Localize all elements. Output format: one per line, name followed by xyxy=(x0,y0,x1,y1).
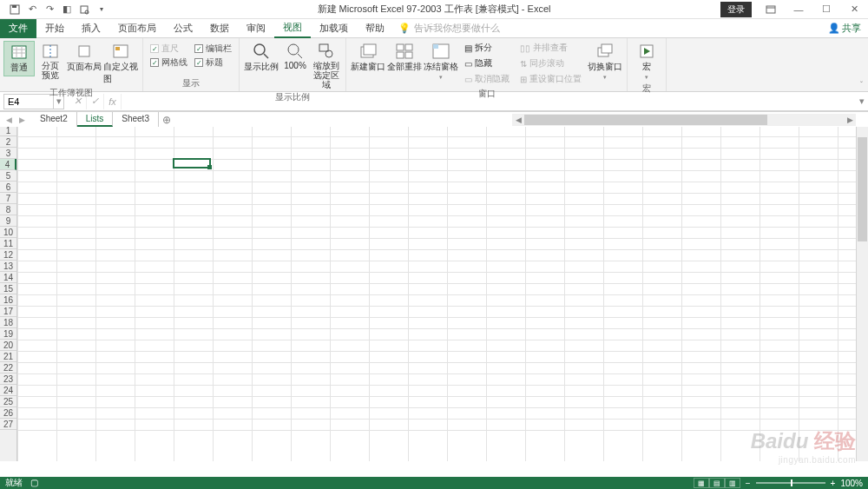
row-header-16[interactable]: 16 xyxy=(0,294,16,306)
maximize-icon[interactable]: ☐ xyxy=(812,0,840,19)
add-sheet-button[interactable]: ⊕ xyxy=(159,114,174,126)
hscroll-right-icon[interactable]: ▶ xyxy=(844,116,856,124)
title-bar: ↶ ↷ ◧ ▾ 新建 Microsoft Excel 97-2003 工作表 [… xyxy=(0,0,868,19)
zoom-in-icon[interactable]: + xyxy=(831,479,836,488)
redo-icon[interactable]: ↷ xyxy=(42,2,57,17)
row-headers[interactable]: 1234567891011121314151617181920212223242… xyxy=(0,125,17,461)
row-header-11[interactable]: 11 xyxy=(0,238,16,249)
switch-windows-button[interactable]: 切换窗口▾ xyxy=(587,41,623,83)
row-header-20[interactable]: 20 xyxy=(0,340,16,351)
sheet-tab-sheet3[interactable]: Sheet3 xyxy=(113,112,159,127)
row-header-22[interactable]: 22 xyxy=(0,362,16,373)
page-break-status-icon[interactable]: ▥ xyxy=(725,478,740,488)
normal-view-button[interactable]: 普通 xyxy=(3,41,35,76)
row-header-13[interactable]: 13 xyxy=(0,261,16,272)
collapse-ribbon-icon[interactable]: ˇ xyxy=(860,80,863,89)
vertical-scrollbar[interactable] xyxy=(856,125,868,461)
svg-point-21 xyxy=(326,50,332,57)
tab-6[interactable]: 视图 xyxy=(274,19,311,38)
row-header-6[interactable]: 6 xyxy=(0,182,16,193)
custom-views-button[interactable]: 自定义视图 xyxy=(102,41,139,87)
side-by-side-button: ▯▯并排查看 xyxy=(518,41,583,55)
group-window: 新建窗口 全部重排 冻结窗格▾ ▤拆分 ▭隐藏 ▭取消隐藏 ▯▯并排查看 ⇅同步… xyxy=(346,38,628,91)
active-cell[interactable] xyxy=(173,158,211,169)
row-header-9[interactable]: 9 xyxy=(0,215,16,227)
zoom-level[interactable]: 100% xyxy=(840,479,863,488)
sheet-nav-prev-icon[interactable]: ◀ xyxy=(3,116,15,124)
undo-icon[interactable]: ↶ xyxy=(24,2,40,17)
tab-file[interactable]: 文件 xyxy=(0,19,36,38)
horizontal-scrollbar[interactable]: ◀ ▶ xyxy=(512,114,856,126)
row-header-18[interactable]: 18 xyxy=(0,317,16,328)
save-icon[interactable] xyxy=(7,2,23,17)
print-preview-icon[interactable] xyxy=(76,2,92,17)
tab-4[interactable]: 数据 xyxy=(201,19,238,38)
row-header-25[interactable]: 25 xyxy=(0,396,16,407)
page-break-button[interactable]: 分页 预览 xyxy=(35,41,66,82)
sheet-tab-sheet2[interactable]: Sheet2 xyxy=(31,112,77,127)
row-header-23[interactable]: 23 xyxy=(0,373,16,385)
horizontal-scroll-thumb[interactable] xyxy=(524,115,767,125)
zoom-selection-button[interactable]: 缩放到 选定区域 xyxy=(311,41,342,91)
row-header-14[interactable]: 14 xyxy=(0,272,16,283)
row-header-12[interactable]: 12 xyxy=(0,249,16,261)
formula-bar-checkbox[interactable]: ✓编辑栏 xyxy=(194,43,232,55)
zoom-out-icon[interactable]: − xyxy=(746,479,751,488)
row-header-3[interactable]: 3 xyxy=(0,148,16,159)
hscroll-left-icon[interactable]: ◀ xyxy=(512,116,524,124)
zoom-button[interactable]: 显示比例 xyxy=(243,41,279,75)
freeze-panes-button[interactable]: 冻结窗格▾ xyxy=(423,41,459,83)
ribbon-options-icon[interactable] xyxy=(757,0,785,19)
row-header-5[interactable]: 5 xyxy=(0,170,16,182)
row-header-19[interactable]: 19 xyxy=(0,328,16,340)
row-header-24[interactable]: 24 xyxy=(0,385,16,396)
touch-mode-icon[interactable]: ◧ xyxy=(59,2,75,17)
share-button[interactable]: 👤共享 xyxy=(828,22,861,35)
page-layout-status-icon[interactable]: ▤ xyxy=(709,478,725,488)
group-label-show: 显示 xyxy=(143,77,239,91)
macros-button[interactable]: 宏▾ xyxy=(631,41,662,83)
split-button[interactable]: ▤拆分 xyxy=(463,41,511,55)
fill-handle[interactable] xyxy=(207,165,212,169)
sheet-nav-next-icon[interactable]: ▶ xyxy=(16,116,28,124)
row-header-15[interactable]: 15 xyxy=(0,283,16,294)
tab-7[interactable]: 加载项 xyxy=(311,19,357,38)
tab-3[interactable]: 公式 xyxy=(165,19,201,38)
page-layout-button[interactable]: 页面布局 xyxy=(66,41,102,75)
qat-dropdown-icon[interactable]: ▾ xyxy=(94,2,109,17)
tell-me-box[interactable]: 💡告诉我你想要做什么 xyxy=(398,22,500,35)
row-header-8[interactable]: 8 xyxy=(0,204,16,215)
svg-rect-24 xyxy=(397,44,404,50)
row-header-27[interactable]: 27 xyxy=(0,419,16,430)
row-header-4[interactable]: 4 xyxy=(0,159,16,170)
hide-button[interactable]: ▭隐藏 xyxy=(463,56,511,70)
zoom-slider[interactable] xyxy=(756,482,825,484)
row-header-10[interactable]: 10 xyxy=(0,227,16,238)
normal-view-status-icon[interactable]: ▦ xyxy=(694,478,709,488)
row-header-21[interactable]: 21 xyxy=(0,351,16,362)
sheet-nav[interactable]: ◀▶ xyxy=(0,116,31,124)
row-header-2[interactable]: 2 xyxy=(0,136,16,148)
tab-5[interactable]: 审阅 xyxy=(238,19,274,38)
arrange-all-button[interactable]: 全部重排 xyxy=(386,41,423,75)
tab-8[interactable]: 帮助 xyxy=(357,19,393,38)
vertical-scroll-thumb[interactable] xyxy=(858,137,867,241)
cells-area[interactable] xyxy=(17,125,856,461)
zoom-100-button[interactable]: 100% xyxy=(279,41,311,72)
row-header-7[interactable]: 7 xyxy=(0,193,16,204)
sheet-tab-lists[interactable]: Lists xyxy=(77,112,114,127)
login-button[interactable]: 登录 xyxy=(720,2,752,17)
tab-0[interactable]: 开始 xyxy=(36,19,73,38)
new-window-button[interactable]: 新建窗口 xyxy=(350,41,386,75)
row-header-17[interactable]: 17 xyxy=(0,306,16,317)
headings-checkbox[interactable]: ✓标题 xyxy=(194,56,232,69)
ribbon-tabs: 文件 开始插入页面布局公式数据审阅视图加载项帮助 💡告诉我你想要做什么 👤共享 xyxy=(0,19,868,38)
tab-1[interactable]: 插入 xyxy=(73,19,109,38)
macro-record-icon[interactable]: ▢ xyxy=(30,478,38,487)
tab-2[interactable]: 页面布局 xyxy=(109,19,165,38)
minimize-icon[interactable]: — xyxy=(785,0,812,19)
gridlines-checkbox[interactable]: ✓网格线 xyxy=(150,56,187,69)
row-header-26[interactable]: 26 xyxy=(0,407,16,419)
close-icon[interactable]: ✕ xyxy=(840,0,868,19)
expand-formula-bar-icon[interactable]: ▾ xyxy=(856,96,868,107)
